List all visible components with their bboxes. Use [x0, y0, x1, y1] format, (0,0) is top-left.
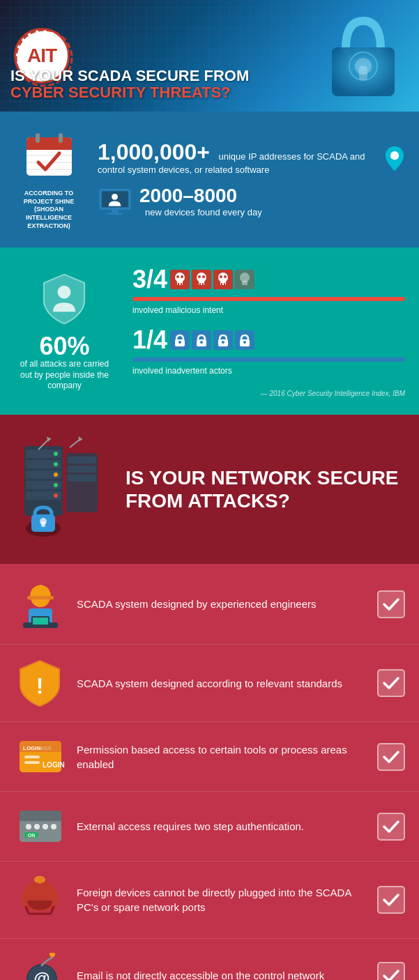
- svg-point-21: [175, 273, 185, 282]
- svg-point-35: [218, 273, 228, 282]
- fraction1-label: involved malicious intent: [132, 305, 405, 315]
- fraction2-label: involved inadvertent actors: [132, 366, 405, 376]
- svg-rect-9: [59, 133, 63, 143]
- check-box-2: [377, 669, 405, 697]
- check-item-3: LOGIN LOGIN PASS Permission based access…: [0, 722, 419, 792]
- fraction-row-2: 1/4 involved inadvertent actors: [132, 326, 405, 376]
- password-icon: ON: [14, 807, 66, 845]
- svg-point-52: [222, 341, 224, 344]
- stats-right: 1,000,000+ unique IP addresses for SCADA…: [98, 141, 405, 219]
- svg-rect-37: [221, 283, 222, 285]
- svg-point-25: [176, 275, 179, 278]
- shield-person-icon: [38, 271, 91, 327]
- check-item-2-text: SCADA system designed according to relev…: [77, 676, 367, 691]
- insider-pct: 60%: [39, 334, 89, 359]
- svg-rect-80: [27, 596, 54, 599]
- svg-rect-31: [202, 283, 204, 285]
- svg-point-100: [51, 824, 56, 829]
- network-section: IS YOUR NETWORK SECURE FROM ATTACKS?: [0, 415, 419, 564]
- check-item-1-text: SCADA system designed by experienced eng…: [77, 597, 367, 611]
- svg-point-28: [197, 273, 206, 282]
- svg-rect-68: [68, 457, 96, 464]
- location-pin-icon: [384, 146, 405, 171]
- skull-icons: [170, 270, 254, 289]
- svg-text:PASS: PASS: [37, 745, 52, 751]
- svg-point-39: [220, 275, 222, 278]
- svg-rect-43: [242, 281, 247, 285]
- engineer-icon: [14, 578, 66, 630]
- stat1-number: 1,000,000+: [98, 139, 210, 164]
- svg-rect-90: [24, 761, 40, 764]
- check-box-3: [377, 743, 405, 771]
- header-title: IS YOUR SCADA SECURE FROM CYBER SECURITY…: [10, 68, 249, 101]
- insider-section: 60% of all attacks are carried out by pe…: [0, 247, 419, 415]
- svg-rect-74: [41, 521, 45, 527]
- check-box-6: [377, 962, 405, 980]
- network-title: IS YOUR NETWORK SECURE FROM ATTACKS?: [125, 466, 409, 513]
- check-item-4-text: External access requires two step authen…: [77, 819, 367, 834]
- check-item-5-text: Foreign devices cannot be directly plugg…: [77, 885, 367, 914]
- fraction2-num: 1/4: [132, 326, 167, 355]
- svg-rect-38: [224, 283, 225, 285]
- svg-point-110: [49, 953, 55, 957]
- shield-warning-icon: !: [14, 659, 66, 707]
- svg-text:!: !: [36, 673, 44, 698]
- svg-point-19: [58, 286, 71, 299]
- ibm-reference: — 2016 Cyber Security Intelligence Index…: [132, 390, 405, 397]
- svg-rect-2: [359, 66, 367, 80]
- svg-text:ON: ON: [27, 833, 35, 838]
- helmet-icon: [14, 875, 66, 924]
- svg-point-32: [198, 275, 201, 278]
- svg-text:LOGIN: LOGIN: [43, 761, 65, 769]
- calendar-icon: ACCORDING TO PROJECT SHINE (SHODAN INTEL…: [14, 129, 84, 230]
- svg-rect-8: [36, 133, 40, 143]
- insider-left: 60% of all attacks are carried out by pe…: [14, 265, 125, 397]
- fraction-row-1: 3/4 involved malicious intent: [132, 265, 405, 315]
- svg-rect-18: [107, 213, 123, 215]
- svg-point-55: [243, 341, 246, 344]
- stat-row-2: 2000–8000 new devices found every day: [98, 185, 405, 219]
- svg-rect-23: [178, 283, 179, 285]
- stat-row-1: 1,000,000+ unique IP addresses for SCADA…: [98, 141, 405, 176]
- svg-point-65: [54, 483, 58, 487]
- email-icon: @: [14, 953, 66, 980]
- check-item-3-text: Permission based access to certain tools…: [77, 742, 367, 772]
- fraction1-bar: [132, 297, 405, 301]
- svg-point-66: [54, 493, 58, 498]
- svg-line-77: [70, 439, 80, 447]
- svg-point-99: [43, 824, 48, 829]
- check-box-1: [377, 590, 405, 618]
- svg-marker-76: [45, 436, 51, 442]
- insider-desc: of all attacks are carried out by people…: [14, 359, 115, 392]
- svg-point-33: [202, 275, 205, 278]
- fraction2-bar: [132, 358, 405, 362]
- check-item-5: Foreign devices cannot be directly plugg…: [0, 862, 419, 939]
- server-graphic: [10, 432, 115, 546]
- check-item-2: ! SCADA system designed according to rel…: [0, 645, 419, 722]
- svg-point-13: [390, 151, 399, 160]
- svg-rect-7: [26, 144, 72, 150]
- svg-point-49: [200, 341, 203, 344]
- svg-point-97: [26, 824, 31, 829]
- check-item-1: SCADA system designed by experienced eng…: [0, 564, 419, 645]
- svg-rect-30: [199, 283, 201, 285]
- svg-text:@: @: [33, 969, 49, 980]
- check-box-5: [377, 886, 405, 914]
- header-title-line2: CYBER SECURITY THREATS?: [10, 84, 249, 101]
- lock-graphic: [321, 7, 405, 105]
- monitor-icon: [98, 187, 132, 215]
- calendar-label: ACCORDING TO PROJECT SHINE (SHODAN INTEL…: [14, 190, 84, 230]
- check-item-6: @ Email is not directly accessible on th…: [0, 939, 419, 980]
- svg-rect-70: [68, 475, 96, 482]
- stats-section: ACCORDING TO PROJECT SHINE (SHODAN INTEL…: [0, 112, 419, 247]
- svg-rect-84: [33, 618, 48, 625]
- svg-rect-24: [181, 283, 182, 285]
- check-item-4: ON External access requires two step aut…: [0, 792, 419, 862]
- header-section: AIT IS YOUR SCADA SECURE FROM CYBER SECU…: [0, 0, 419, 112]
- insider-right: 3/4 involved malicious intent 1/4: [125, 265, 405, 397]
- stat2-desc: new devices found every day: [145, 207, 262, 219]
- fraction1-num: 3/4: [132, 265, 167, 294]
- svg-point-26: [181, 275, 183, 278]
- svg-rect-17: [112, 210, 119, 213]
- header-title-line1: IS YOUR SCADA SECURE FROM: [10, 68, 249, 84]
